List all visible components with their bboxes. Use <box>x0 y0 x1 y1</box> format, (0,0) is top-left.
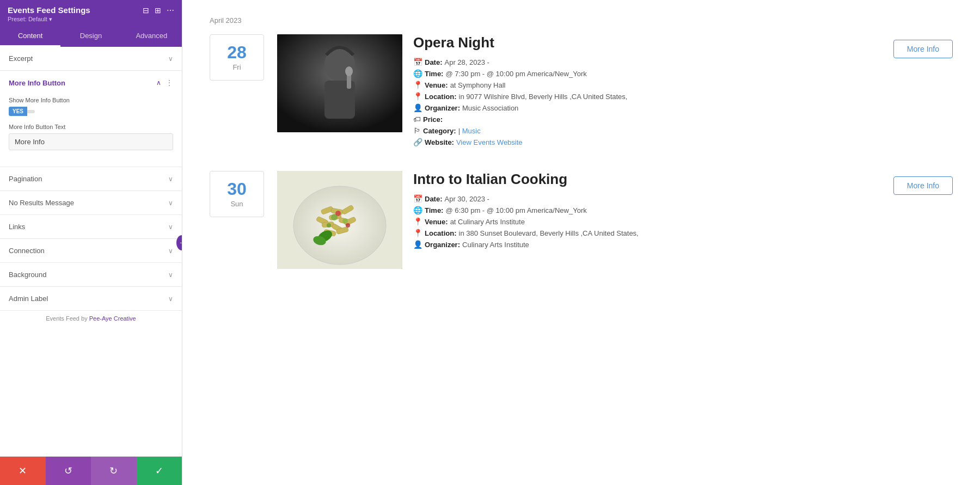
location-val: in 9077 Wilshire Blvd, Beverly Hills ,CA… <box>459 93 628 101</box>
more-info-header-left: More Info Button <box>9 79 65 87</box>
section-admin-chevron: ∨ <box>168 295 173 303</box>
event-image-2 <box>277 171 402 269</box>
clock-icon-2: 🌐 <box>413 206 422 214</box>
date-key: Date: <box>425 58 443 66</box>
tab-design[interactable]: Design <box>60 26 121 47</box>
event-location-detail-2: 📍 Location: in 380 Sunset Boulevard, Bev… <box>413 229 883 237</box>
layout-icon[interactable]: ⊞ <box>155 6 161 15</box>
location-pin-icon-2: 📍 <box>413 229 422 237</box>
time-val-2: @ 6:30 pm - @ 10:00 pm America/New_York <box>445 206 586 214</box>
category-key: Category: <box>423 127 456 135</box>
location-pin-icon: 📍 <box>413 92 422 101</box>
section-background[interactable]: Background ∨ <box>0 263 182 287</box>
event-date-detail-2: 📅 Date: Apr 30, 2023 - <box>413 194 883 203</box>
event-organizer-detail-2: 👤 Organizer: Culinary Arts Institute <box>413 240 883 249</box>
show-button-toggle[interactable]: YES <box>9 107 35 116</box>
event-row-inner-2: Intro to Italian Cooking 📅 Date: Apr 30,… <box>277 171 953 269</box>
time-key-2: Time: <box>425 206 443 214</box>
panel-preset[interactable]: Preset: Default ▾ <box>8 16 174 23</box>
section-links-chevron: ∨ <box>168 223 173 231</box>
event-price-detail: 🏷 Price: <box>413 115 883 124</box>
section-excerpt[interactable]: Excerpt ∨ <box>0 47 182 71</box>
calendar-icon: 📅 <box>413 58 422 66</box>
section-pagination-label: Pagination <box>9 175 42 183</box>
event-details-2: Intro to Italian Cooking 📅 Date: Apr 30,… <box>413 171 883 251</box>
panel-body: Excerpt ∨ More Info Button ∧ ⋮ Show More… <box>0 47 182 485</box>
venue-pin-icon: 📍 <box>413 81 422 89</box>
window-icon[interactable]: ⊟ <box>143 6 149 15</box>
event-location-detail: 📍 Location: in 9077 Wilshire Blvd, Bever… <box>413 92 883 101</box>
date-val-2: Apr 30, 2023 - <box>445 195 489 203</box>
redo-button[interactable]: ↻ <box>91 457 137 485</box>
website-link[interactable]: View Events Website <box>456 138 523 146</box>
clock-icon: 🌐 <box>413 69 422 78</box>
date-val: Apr 28, 2023 - <box>445 58 489 66</box>
show-button-label: Show More Info Button <box>9 97 173 103</box>
more-info-button-2[interactable]: More Info <box>893 176 953 195</box>
show-button-field: Show More Info Button YES <box>9 97 173 116</box>
more-options-icon[interactable]: ⋯ <box>167 6 174 15</box>
button-text-input[interactable] <box>9 133 173 150</box>
event-title-2: Intro to Italian Cooking <box>413 171 883 188</box>
section-admin-label-label: Admin Label <box>9 294 48 303</box>
more-info-button-1[interactable]: More Info <box>893 40 953 58</box>
cancel-button[interactable]: ✕ <box>0 457 46 485</box>
event-image <box>277 34 402 132</box>
footer-credit-link[interactable]: Pee-Aye Creative <box>89 315 136 322</box>
more-info-button-header[interactable]: More Info Button ∧ ⋮ <box>0 71 182 95</box>
organizer-key: Organizer: <box>425 104 460 112</box>
svg-point-7 <box>293 186 386 265</box>
section-connection-chevron: ∨ <box>168 247 173 255</box>
organizer-val: Music Association <box>462 104 518 112</box>
panel-header: Events Feed Settings ⊟ ⊞ ⋯ Preset: Defau… <box>0 0 182 26</box>
tab-advanced[interactable]: Advanced <box>121 26 182 47</box>
organizer-icon: 👤 <box>413 103 422 112</box>
section-pagination[interactable]: Pagination ∨ <box>0 167 182 191</box>
save-button[interactable]: ✓ <box>137 457 182 485</box>
event-time-detail-2: 🌐 Time: @ 6:30 pm - @ 10:00 pm America/N… <box>413 206 883 214</box>
section-dots-icon[interactable]: ⋮ <box>166 78 173 87</box>
category-icon: 🏳 <box>413 126 421 135</box>
organizer-key-2: Organizer: <box>425 241 460 249</box>
section-excerpt-label: Excerpt <box>9 54 33 63</box>
tab-content[interactable]: Content <box>0 26 60 47</box>
section-background-label: Background <box>9 271 46 279</box>
location-key-2: Location: <box>425 229 457 237</box>
event-website-detail: 🔗 Website: View Events Website <box>413 138 883 146</box>
more-info-section-label: More Info Button <box>9 79 65 87</box>
event-date-num-2: 30 <box>217 180 257 198</box>
organizer-icon-2: 👤 <box>413 240 422 249</box>
event-date-num: 28 <box>217 44 257 61</box>
section-links[interactable]: Links ∨ <box>0 215 182 239</box>
event-date-day: Fri <box>217 63 257 71</box>
event-row-inner: Opera Night 📅 Date: Apr 28, 2023 - 🌐 Tim… <box>277 34 953 149</box>
event-date-box: 28 Fri <box>210 34 264 81</box>
venue-key: Venue: <box>425 81 448 89</box>
venue-val-2: at Culinary Arts Institute <box>450 218 525 226</box>
event-venue-detail-2: 📍 Venue: at Culinary Arts Institute <box>413 217 883 226</box>
reset-button[interactable]: ↺ <box>46 457 91 485</box>
more-info-header-right: ∧ ⋮ <box>156 78 173 87</box>
location-val-2: in 380 Sunset Boulevard, Beverly Hills ,… <box>459 229 639 237</box>
footer-credit: Events Feed by Pee-Aye Creative <box>0 311 182 324</box>
time-val: @ 7:30 pm - @ 10:00 pm America/New_York <box>445 70 586 78</box>
section-admin-label[interactable]: Admin Label ∨ <box>0 287 182 311</box>
event-title: Opera Night <box>413 34 883 51</box>
organizer-val-2: Culinary Arts Institute <box>462 241 529 249</box>
section-connection[interactable]: Connection ∨ <box>0 239 182 263</box>
event-details: Opera Night 📅 Date: Apr 28, 2023 - 🌐 Tim… <box>413 34 883 149</box>
event-date-box-2: 30 Sun <box>210 171 264 217</box>
venue-val: at Symphony Hall <box>450 81 506 89</box>
category-link[interactable]: Music <box>462 127 481 135</box>
calendar-icon-2: 📅 <box>413 194 422 203</box>
more-info-button-content: Show More Info Button YES More Info Butt… <box>0 95 182 167</box>
svg-point-22 <box>335 211 341 216</box>
category-val: | Music <box>458 127 481 135</box>
section-connection-label: Connection <box>9 247 45 255</box>
toggle-no <box>27 110 35 113</box>
section-no-results[interactable]: No Results Message ∨ <box>0 191 182 215</box>
event-date-detail: 📅 Date: Apr 28, 2023 - <box>413 58 883 66</box>
event-venue-detail: 📍 Venue: at Symphony Hall <box>413 81 883 89</box>
time-key: Time: <box>425 70 443 78</box>
website-icon: 🔗 <box>413 138 422 146</box>
